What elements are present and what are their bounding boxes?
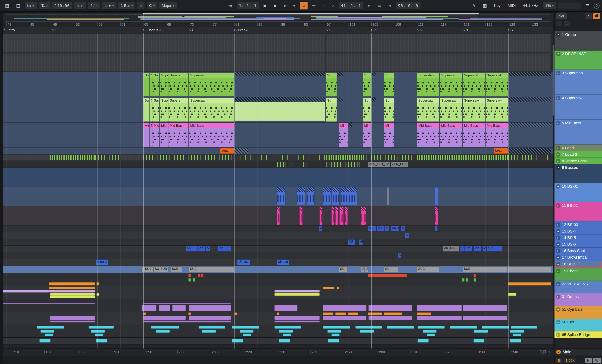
clip[interactable] <box>417 316 462 320</box>
clip[interactable] <box>326 161 359 167</box>
clip-vi[interactable]: VI <box>359 239 363 245</box>
clip[interactable] <box>326 155 362 160</box>
clip[interactable] <box>143 316 186 320</box>
forward-arrow-button[interactable]: → <box>564 21 570 26</box>
clip[interactable] <box>96 339 107 343</box>
clip[interactable] <box>332 187 340 205</box>
track-lane[interactable] <box>3 187 553 206</box>
clip[interactable] <box>41 330 54 333</box>
track-header-1-group[interactable]: ▾1 Group <box>554 31 602 51</box>
disk-overload-indicator[interactable]: D <box>593 3 600 9</box>
clip[interactable] <box>384 312 402 315</box>
track-header-3-superstab[interactable]: ▸3 Superstab <box>554 70 602 95</box>
clip[interactable] <box>474 330 488 333</box>
clip[interactable] <box>95 333 103 336</box>
clip[interactable] <box>141 305 156 311</box>
clip[interactable] <box>39 339 51 343</box>
clip[interactable] <box>279 330 293 333</box>
time-signature-field[interactable]: 4 / 4 <box>88 2 100 10</box>
scrollbar-thumb[interactable] <box>553 45 554 116</box>
clip[interactable] <box>508 155 531 160</box>
clip[interactable] <box>235 53 325 71</box>
clip[interactable] <box>339 207 344 225</box>
clip[interactable] <box>50 155 95 160</box>
bar-ruler[interactable]: 4145495357616569737781858993971011051091… <box>3 21 553 27</box>
clip-sub[interactable]: SUB <box>189 267 234 272</box>
clip-sub[interactable]: SUB <box>159 267 168 272</box>
vertical-scrollbar[interactable] <box>553 12 554 364</box>
track-lane[interactable]: SupSSupeSupersSupersSuperstabSuSuSuSuper… <box>3 72 553 97</box>
clip[interactable] <box>335 207 338 225</box>
clip[interactable] <box>508 122 551 127</box>
browser-toggle-icon[interactable]: ▤ <box>2 2 12 10</box>
clip[interactable] <box>49 290 95 292</box>
clip[interactable] <box>243 333 251 336</box>
clip[interactable] <box>417 34 508 52</box>
track-play-icon[interactable]: ▸ <box>556 71 560 75</box>
clip[interactable] <box>297 187 305 205</box>
clip[interactable] <box>371 72 376 76</box>
clip[interactable] <box>189 316 231 320</box>
track-lane[interactable] <box>3 312 553 325</box>
track-header-19-chops[interactable]: ▸19 Chops <box>554 268 602 281</box>
track-play-icon[interactable]: ▸ <box>556 152 560 157</box>
clip[interactable] <box>49 282 95 286</box>
track-lane[interactable]: SUBSUSUBSUBSUBSUSSSUSUBSUB <box>3 266 553 273</box>
nudge-down-icon[interactable]: ◖ <box>77 3 79 8</box>
track-lane[interactable]: MidMMid BMid BasMid BasMid BassMiMiMiMid… <box>3 122 553 148</box>
clip-su[interactable]: Su <box>384 73 394 96</box>
track-lane[interactable]: VRVI <box>3 239 553 246</box>
track-lane[interactable] <box>3 325 553 338</box>
clip[interactable] <box>289 161 294 167</box>
clip-mi[interactable]: Mi <box>363 123 371 147</box>
clip[interactable] <box>323 312 333 315</box>
draw-mode-icon[interactable]: ✎ <box>470 2 478 10</box>
clip[interactable] <box>531 155 550 160</box>
locator-row[interactable]: ▷Intro▷5▷Chorus-1▷6▷Break▷1▷4▷2▷3▷7 <box>3 27 553 33</box>
clip[interactable] <box>508 72 551 76</box>
lock-icon[interactable] <box>593 13 600 19</box>
clip-vr[interactable]: VR <box>473 246 482 252</box>
track-header-56-fxs[interactable]: ▸56 FXs <box>554 319 602 332</box>
clip[interactable] <box>462 316 507 320</box>
clip[interactable] <box>435 187 438 205</box>
clip-mid[interactable]: Mid <box>143 123 149 147</box>
clip[interactable] <box>435 207 438 225</box>
clip-s[interactable]: S <box>365 267 368 272</box>
clip-supersaw[interactable]: Supersaw <box>462 98 485 121</box>
punch-in-icon[interactable]: ⌐ <box>366 2 373 10</box>
clip[interactable] <box>235 148 248 154</box>
group-fold-icon[interactable]: ▾ <box>556 52 560 56</box>
clip[interactable] <box>202 330 216 333</box>
clip[interactable] <box>50 321 95 323</box>
clip-vr-i[interactable]: VR_I <box>391 226 399 231</box>
clip-sub[interactable]: SUB <box>144 267 153 272</box>
clip[interactable] <box>277 207 280 225</box>
clip-vr[interactable]: VR <box>217 246 231 252</box>
track-header-23-verse-inst[interactable]: ▸23 VERSE INST <box>554 281 602 293</box>
track-lane[interactable]: SupSSupeSupersSupersSupersawSuSuSuSupers… <box>3 97 553 122</box>
clip[interactable] <box>95 155 120 160</box>
clip[interactable] <box>3 34 143 52</box>
loop-start-field[interactable]: 41. 1. 1 <box>338 2 364 10</box>
track-header-51-cymbals[interactable]: ▸51 Cymbals <box>554 306 602 319</box>
overdub-button[interactable]: ○ <box>300 2 308 10</box>
clip[interactable] <box>418 326 445 329</box>
clip-vi[interactable]: VI <box>405 233 409 238</box>
mini-keyboard-icon[interactable]: ▦ <box>556 358 562 363</box>
clip-su[interactable]: Su <box>326 98 337 121</box>
group-fold-icon[interactable]: ▸ <box>556 320 560 324</box>
track-header-17-browl-impa[interactable]: ▸17 Browl Impa <box>554 254 602 261</box>
clip[interactable] <box>462 305 507 311</box>
locator-4[interactable]: ▷4 <box>371 28 377 32</box>
track-header-2-drop-inst[interactable]: ▾2 DROP INST <box>554 51 602 70</box>
clip[interactable] <box>274 305 298 311</box>
track-play-icon[interactable]: ▸ <box>556 96 560 100</box>
clip[interactable] <box>349 122 352 127</box>
quantize-menu[interactable]: 1 Bar ▾ <box>118 2 136 10</box>
clip[interactable] <box>387 326 414 329</box>
track-header-9-basses[interactable]: ▾9 Basses <box>554 164 602 183</box>
track-play-icon[interactable]: ▸ <box>556 121 560 125</box>
chevron-down-icon[interactable]: ▾ <box>173 4 174 7</box>
clip[interactable] <box>300 207 302 225</box>
